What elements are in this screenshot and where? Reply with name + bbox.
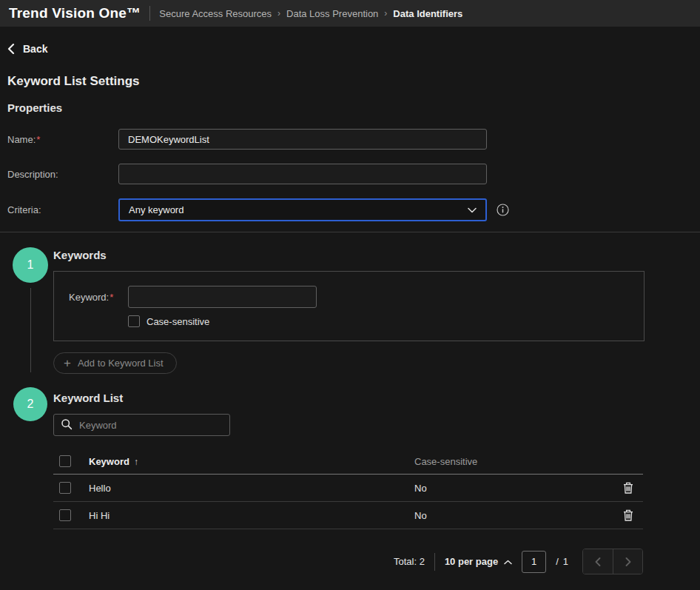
required-marker: * — [36, 134, 40, 145]
keyword-table: Keyword↑ Case-sensitive Hello No — [53, 449, 643, 529]
row-checkbox[interactable] — [59, 482, 71, 494]
page-count: / 1 — [556, 556, 568, 567]
plus-icon: + — [64, 357, 71, 369]
properties-heading: Properties — [7, 101, 693, 114]
previous-page-button[interactable] — [583, 549, 613, 574]
criteria-row: Criteria: Any keyword — [7, 198, 693, 221]
steps: 1 Keywords Keyword:* Case-sensitive + — [7, 244, 693, 574]
chevron-left-icon — [595, 557, 601, 566]
info-icon[interactable] — [497, 204, 509, 216]
properties-form: Name:* Description: Criteria: Any keywor… — [7, 129, 693, 221]
select-all-checkbox[interactable] — [59, 455, 71, 467]
criteria-select[interactable]: Any keyword — [118, 198, 487, 221]
page-nav — [582, 549, 643, 574]
name-field[interactable] — [118, 129, 487, 150]
brand-logo: Trend Vision One™ — [9, 5, 141, 21]
row-checkbox[interactable] — [59, 509, 71, 521]
description-label: Description: — [7, 169, 118, 180]
description-row: Description: — [7, 164, 693, 184]
description-field[interactable] — [118, 164, 487, 184]
topbar: Trend Vision One™ Secure Access Resource… — [0, 0, 700, 27]
table-row[interactable]: Hi Hi No — [53, 502, 643, 529]
trash-icon — [623, 509, 633, 521]
criteria-selected-value: Any keyword — [129, 204, 184, 215]
step-connector-line — [30, 288, 31, 372]
search-input[interactable] — [79, 420, 223, 431]
cell-case-sensitive: No — [414, 483, 613, 494]
breadcrumb-item-data-identifiers[interactable]: Data Identifiers — [393, 8, 462, 19]
cell-keyword: Hello — [89, 483, 414, 494]
breadcrumb-separator: › — [277, 8, 280, 19]
table-header-row: Keyword↑ Case-sensitive — [53, 449, 643, 475]
section-divider — [0, 232, 700, 232]
keyword-label: Keyword:* — [69, 292, 128, 303]
chevron-down-icon — [468, 204, 477, 215]
table-row[interactable]: Hello No — [53, 475, 643, 502]
keyword-list-section-title: Keyword List — [53, 392, 693, 404]
cell-keyword: Hi Hi — [89, 510, 414, 521]
keyword-entry-panel: Keyword:* Case-sensitive — [53, 271, 645, 341]
pagination: Total: 2 10 per page 1 / 1 — [53, 549, 643, 574]
name-row: Name:* — [7, 129, 693, 150]
required-marker: * — [110, 292, 113, 303]
name-label: Name:* — [7, 134, 118, 145]
add-to-keyword-list-button[interactable]: + Add to Keyword List — [53, 352, 177, 374]
chevron-right-icon — [625, 557, 631, 566]
per-page-label: 10 per page — [445, 556, 498, 567]
step1-rail: 1 — [7, 244, 53, 374]
step2-rail: 2 — [7, 384, 53, 574]
pagination-divider — [434, 553, 435, 571]
breadcrumb-separator: › — [384, 8, 387, 19]
keyword-search — [53, 414, 230, 436]
back-label: Back — [23, 43, 47, 55]
back-button[interactable]: Back — [7, 41, 693, 56]
breadcrumb-item-secure-access-resources[interactable]: Secure Access Resources — [159, 8, 272, 19]
current-page-input[interactable]: 1 — [522, 551, 546, 573]
next-page-button[interactable] — [613, 549, 642, 574]
chevron-left-icon — [7, 44, 15, 54]
criteria-label: Criteria: — [7, 204, 118, 215]
sort-ascending-icon: ↑ — [134, 457, 138, 467]
step-keyword-list: 2 Keyword List Keyword↑ Case-sensitive — [7, 384, 693, 574]
page-title: Keyword List Settings — [7, 74, 693, 89]
step-keywords: 1 Keywords Keyword:* Case-sensitive + — [7, 244, 693, 374]
step2-badge: 2 — [13, 387, 47, 421]
brand-divider — [149, 6, 150, 21]
chevron-up-icon — [504, 556, 512, 567]
delete-row-button[interactable] — [613, 482, 643, 494]
keywords-section-title: Keywords — [53, 249, 693, 261]
trash-icon — [623, 482, 633, 494]
per-page-selector[interactable]: 10 per page — [445, 556, 512, 567]
breadcrumb-item-data-loss-prevention[interactable]: Data Loss Prevention — [286, 8, 378, 19]
step1-badge: 1 — [13, 247, 48, 283]
cell-case-sensitive: No — [414, 510, 613, 521]
case-sensitive-label: Case-sensitive — [147, 316, 209, 327]
search-icon — [61, 418, 73, 432]
case-sensitive-checkbox[interactable] — [128, 315, 140, 327]
keyword-field[interactable] — [128, 286, 317, 308]
column-header-case-sensitive[interactable]: Case-sensitive — [414, 456, 613, 467]
add-button-label: Add to Keyword List — [78, 358, 164, 369]
total-count: Total: 2 — [394, 556, 425, 567]
breadcrumb: Secure Access Resources › Data Loss Prev… — [159, 8, 462, 19]
column-header-keyword[interactable]: Keyword↑ — [89, 456, 414, 467]
delete-row-button[interactable] — [613, 509, 643, 521]
